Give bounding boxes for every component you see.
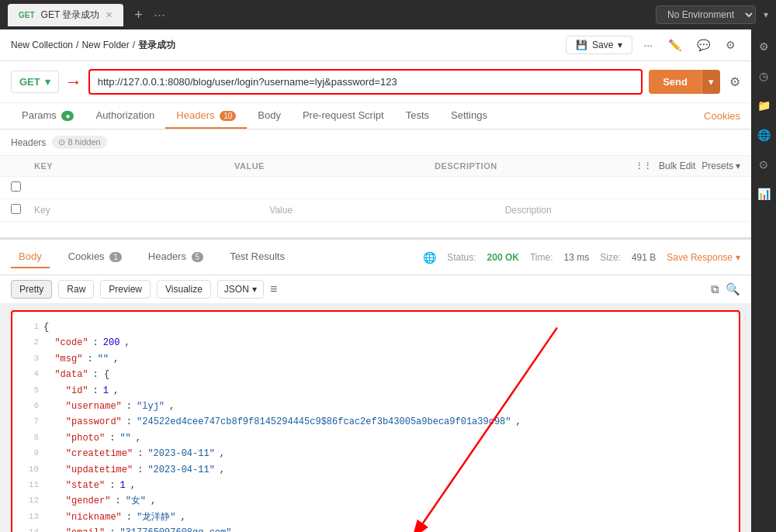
copy-button[interactable]: ⧉ <box>711 282 719 296</box>
settings-icon[interactable]: ⚙ <box>721 36 740 54</box>
headers-badge: 10 <box>220 111 236 121</box>
tab-settings[interactable]: Settings <box>440 103 498 129</box>
search-button[interactable]: 🔍 <box>726 282 740 296</box>
save-resp-dropdown-icon: ▾ <box>736 252 740 263</box>
env-dropdown-icon[interactable]: ▾ <box>764 9 768 20</box>
bulk-edit-button[interactable]: Bulk Edit <box>659 161 695 171</box>
resp-tab-cookies[interactable]: Cookies 1 <box>61 246 130 268</box>
request-settings-button[interactable]: ⚙ <box>729 74 740 89</box>
sidebar-env-icon[interactable]: 🌐 <box>754 126 774 144</box>
size-value: 491 B <box>632 252 656 263</box>
url-input-wrapper <box>88 69 643 95</box>
json-line-12: 12 "gender": "女", <box>23 493 728 509</box>
headers-row: Headers ⊙ 8 hidden <box>11 136 740 149</box>
sidebar-monitor-icon[interactable]: 📊 <box>754 185 774 203</box>
json-line-7: 7 "password": "24522ed4cee747cb8f9f81452… <box>23 414 728 430</box>
json-label: JSON <box>224 284 249 295</box>
breadcrumb-folder[interactable]: New Folder <box>81 40 129 50</box>
json-line-4: 4 "data": { <box>23 367 728 382</box>
sidebar-mock-icon[interactable]: ⊙ <box>756 155 771 174</box>
json-line-5: 5 "id": 1, <box>23 383 728 399</box>
spacer <box>0 222 751 237</box>
method-dropdown-icon: ▾ <box>45 76 50 88</box>
table-header: KEY VALUE DESCRIPTION ⋮⋮ Bulk Edit Prese… <box>0 156 751 177</box>
row1-check[interactable] <box>11 181 34 194</box>
breadcrumb-sep2: / <box>133 40 135 50</box>
sidebar-api-icon[interactable]: ⚙ <box>756 37 772 56</box>
tab-body[interactable]: Body <box>247 103 292 129</box>
hidden-count: 8 hidden <box>68 137 100 147</box>
resp-tab-test-results[interactable]: Test Results <box>222 246 293 268</box>
json-line-10: 10 "updatetime": "2023-04-11", <box>23 462 728 478</box>
top-bar: GET GET 登录成功 ✕ + ··· No Environment ▾ <box>0 0 776 29</box>
row2-check[interactable] <box>11 204 34 216</box>
method-label: GET <box>19 76 40 88</box>
presets-label: Presets <box>702 161 733 171</box>
tab-params[interactable]: Params ● <box>11 103 85 129</box>
main-layout: New Collection / New Folder / 登录成功 💾 Sav… <box>0 29 776 532</box>
json-line-2: 2 "code": 200, <box>23 335 728 351</box>
breadcrumb-sep1: / <box>76 40 78 50</box>
response-header: Body Cookies 1 Headers 5 Test Results 🌐 … <box>0 237 751 275</box>
breadcrumb-collection[interactable]: New Collection <box>11 40 73 50</box>
edit-icon[interactable]: ✏️ <box>663 36 686 54</box>
send-dropdown-button[interactable]: ▾ <box>702 70 720 94</box>
save-dropdown-icon[interactable]: ▾ <box>618 40 622 50</box>
globe-icon: 🌐 <box>423 251 436 264</box>
send-group: Send ▾ <box>649 70 720 94</box>
table-row <box>0 177 751 199</box>
response-toolbar: Pretty Raw Preview Visualize JSON ▾ ≡ ⧉ … <box>0 275 751 304</box>
resp-tab-headers[interactable]: Headers 5 <box>140 246 211 268</box>
json-line-6: 6 "username": "lyj", <box>23 399 728 414</box>
params-dot: ● <box>61 111 74 121</box>
hidden-icon: ⊙ <box>58 137 65 147</box>
comment-icon[interactable]: 💬 <box>692 36 715 54</box>
visualize-button[interactable]: Visualize <box>157 280 211 299</box>
bulk-edit-label: Bulk Edit <box>659 161 695 171</box>
save-response-button[interactable]: Save Response ▾ <box>667 252 740 263</box>
url-input[interactable] <box>90 71 641 93</box>
add-tab-button[interactable]: + <box>130 7 147 23</box>
body-tab-label: Body <box>258 109 281 121</box>
breadcrumb: New Collection / New Folder / 登录成功 <box>11 39 175 52</box>
save-label: Save <box>592 40 613 50</box>
bulk-edit-icon: ⋮⋮ <box>635 161 653 171</box>
save-button[interactable]: 💾 Save ▾ <box>566 36 632 54</box>
th-key: KEY <box>34 161 234 171</box>
table-row-empty: Key Value Description <box>0 199 751 222</box>
tab-tests[interactable]: Tests <box>395 103 440 129</box>
row2-desc[interactable]: Description <box>505 205 740 216</box>
more-options-button[interactable]: ··· <box>639 36 657 54</box>
json-format-selector[interactable]: JSON ▾ <box>217 280 264 299</box>
status-label-prefix: Status: <box>447 252 476 263</box>
method-badge: GET <box>19 11 35 19</box>
method-selector[interactable]: GET ▾ <box>11 71 59 93</box>
request-tabs: Params ● Authorization Headers 10 Body P… <box>0 103 751 130</box>
tests-tab-label: Tests <box>406 109 429 121</box>
send-button[interactable]: Send <box>649 70 702 94</box>
cookies-link[interactable]: Cookies <box>704 110 740 122</box>
row2-key[interactable]: Key <box>34 205 269 216</box>
resp-headers-count: 5 <box>192 252 204 262</box>
tab-close-icon[interactable]: ✕ <box>106 10 113 20</box>
tab-auth[interactable]: Authorization <box>85 103 165 129</box>
json-line-11: 11 "state": 1, <box>23 478 728 493</box>
hidden-badge[interactable]: ⊙ 8 hidden <box>52 136 106 149</box>
tab-headers[interactable]: Headers 10 <box>165 103 247 129</box>
pretty-button[interactable]: Pretty <box>11 280 52 299</box>
sidebar-history-icon[interactable]: ◷ <box>756 67 771 85</box>
json-response-body: 1 { 2 "code": 200, 3 "msg": "", 4 "data"… <box>11 310 740 532</box>
row2-value[interactable]: Value <box>269 205 504 216</box>
tab-label: GET 登录成功 <box>41 9 100 22</box>
filter-button[interactable]: ≡ <box>270 282 277 296</box>
sidebar-collection-icon[interactable]: 📁 <box>754 96 774 115</box>
json-line-8: 8 "photo": "", <box>23 430 728 446</box>
active-tab[interactable]: GET GET 登录成功 ✕ <box>8 4 123 26</box>
tab-prerequest[interactable]: Pre-request Script <box>292 103 395 129</box>
environment-selector[interactable]: No Environment <box>656 5 756 24</box>
resp-tab-body[interactable]: Body <box>11 246 50 268</box>
preview-button[interactable]: Preview <box>100 280 151 299</box>
presets-button[interactable]: Presets ▾ <box>702 161 740 171</box>
more-tabs-icon[interactable]: ··· <box>154 7 165 23</box>
raw-button[interactable]: Raw <box>58 280 94 299</box>
